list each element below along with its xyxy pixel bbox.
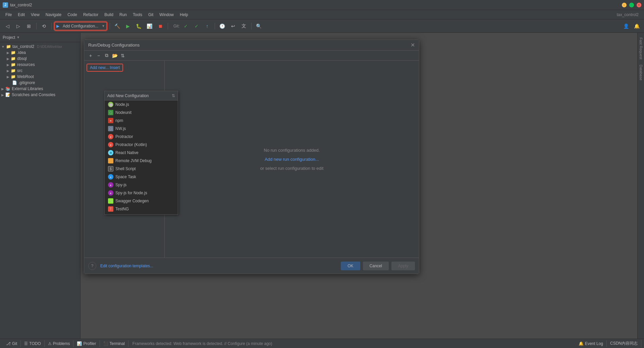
git-push-button[interactable]: ✓ <box>192 21 201 31</box>
history-button[interactable]: 🕐 <box>218 21 227 31</box>
dialog-add-button[interactable]: + <box>87 52 94 59</box>
rollback-button[interactable]: ↩ <box>228 21 238 31</box>
help-button[interactable]: ? <box>88 262 96 270</box>
user-button[interactable]: 👤 <box>621 21 631 31</box>
dropdown-item-shell-script[interactable]: $ Shell Script <box>105 165 178 173</box>
dropdown-item-swagger[interactable]: S Swagger Codegen <box>105 197 178 205</box>
back-button[interactable]: ◁ <box>3 21 12 31</box>
dialog-copy-button[interactable]: ⧉ <box>103 52 110 59</box>
footer-left: ? Edit configuration templates... <box>88 262 153 270</box>
dropdown-item-react-native[interactable]: ⚛ React Native <box>105 149 178 157</box>
dialog-sort-button[interactable]: ⇅ <box>119 52 126 59</box>
separator-4 <box>168 23 168 29</box>
dialog-remove-button[interactable]: − <box>95 52 102 59</box>
debug-button[interactable]: 🐛 <box>134 21 144 31</box>
problems-tab[interactable]: ⚠ Problems <box>45 340 74 347</box>
dropdown-item-nwjs[interactable]: ⬡ NW.js <box>105 125 178 133</box>
tree-item-idea[interactable]: ▶ 📁 .idea <box>0 50 80 56</box>
dropdown-category-tomcat[interactable]: ▼ 🐱 Tomcat Server <box>105 213 178 214</box>
resources-folder-icon: 📁 <box>11 62 16 67</box>
profiler-tab[interactable]: 📊 Profiler <box>73 340 100 347</box>
protractor-kotlin-label: Protractor (Kotlin) <box>115 142 147 147</box>
build-button[interactable]: 🔨 <box>113 21 122 31</box>
dropdown-item-npm[interactable]: n npm <box>105 117 178 125</box>
recent-files-button[interactable]: ⊞ <box>24 21 34 31</box>
dropdown-item-nodeunit[interactable]: ⬡ Nodeunit <box>105 109 178 117</box>
fast-request-tab[interactable]: Fast Request <box>638 36 644 61</box>
tree-item-scratches[interactable]: ▶ 📝 Scratches and Consoles <box>0 92 80 98</box>
window-close-button[interactable]: ✕ <box>637 3 641 7</box>
translate-button[interactable]: 文 <box>239 21 249 31</box>
menu-help[interactable]: Help <box>177 11 191 18</box>
dropdown-item-protractor-kotlin[interactable]: ● Protractor (Kotlin) <box>105 141 178 149</box>
tree-item-resources[interactable]: ▶ 📁 resources <box>0 62 80 68</box>
dropdown-item-spy-js[interactable]: ● Spy-js <box>105 181 178 189</box>
menu-window[interactable]: Window <box>157 11 176 18</box>
tree-item-external-libs[interactable]: ▶ 📚 External Libraries <box>0 86 80 92</box>
maximize-button[interactable]: □ <box>629 3 634 7</box>
tree-item-gitignore[interactable]: 📄 .gitignore <box>0 80 80 86</box>
tree-root[interactable]: ▼ 📁 tax_control2 D:\IDEAWork\tax <box>0 44 80 50</box>
ok-button[interactable]: OK <box>341 262 360 270</box>
nodeunit-icon: ⬡ <box>108 110 113 115</box>
tree-item-src[interactable]: ▶ 📁 src <box>0 68 80 74</box>
event-log-tab[interactable]: 🔔 Event Log <box>575 340 607 347</box>
react-native-label: React Native <box>115 150 139 155</box>
database-tab[interactable]: Database <box>638 63 644 82</box>
menu-file[interactable]: File <box>3 11 14 18</box>
notifications-button[interactable]: 🔔 <box>632 21 641 31</box>
menu-git[interactable]: Git <box>146 11 156 18</box>
run-with-coverage-button[interactable]: 📊 <box>145 21 154 31</box>
dropdown-title: Add New Configuration <box>107 93 149 98</box>
src-folder-icon: 📁 <box>11 68 16 73</box>
dropdown-sort-icon[interactable]: ⇅ <box>172 93 175 98</box>
add-new-run-config-link[interactable]: Add new run configuration... <box>265 157 319 162</box>
dropdown-item-space-task[interactable]: ● Space Task <box>105 173 178 181</box>
menu-run[interactable]: Run <box>117 11 129 18</box>
terminal-tab[interactable]: ⬛ Terminal <box>100 340 128 347</box>
menu-tools[interactable]: Tools <box>130 11 145 18</box>
csdn-tab[interactable]: CSDN内容同志 <box>607 340 641 347</box>
separator-5 <box>215 23 215 29</box>
dialog-left-panel: Add new... Insert Add New Configuration … <box>84 61 165 258</box>
dropdown-list[interactable]: ⬤ Node.js ⬡ Nodeunit n npm <box>105 100 178 214</box>
dropdown-item-protractor[interactable]: ● Protractor <box>105 133 178 141</box>
dropdown-item-remote-jvm[interactable]: ⬡ Remote JVM Debug <box>105 157 178 165</box>
add-configuration-button[interactable]: Add Configuration... <box>61 23 100 29</box>
dropdown-item-nodejs[interactable]: ⬤ Node.js <box>105 100 178 109</box>
apply-button[interactable]: Apply <box>391 262 415 270</box>
git-commit-button[interactable]: ✓ <box>181 21 191 31</box>
react-icon: ⚛ <box>108 150 113 155</box>
project-dropdown-arrow[interactable]: ▼ <box>16 36 20 39</box>
git-tab-icon: ⎇ <box>6 341 11 346</box>
forward-button[interactable]: ▷ <box>13 21 23 31</box>
tree-item-dbsql[interactable]: ▶ 📁 dbsql <box>0 56 80 62</box>
search-everywhere-button[interactable]: 🔍 <box>254 21 264 31</box>
undo-button[interactable]: ⟲ <box>39 21 49 31</box>
minimize-button[interactable]: − <box>622 3 627 7</box>
remote-jvm-label: Remote JVM Debug <box>115 158 152 163</box>
menu-refactor[interactable]: Refactor <box>80 11 101 18</box>
menu-navigate[interactable]: Navigate <box>43 11 64 18</box>
menu-build[interactable]: Build <box>102 11 116 18</box>
menu-view[interactable]: View <box>28 11 42 18</box>
dropdown-arrow-icon[interactable]: ▼ <box>102 24 105 28</box>
dialog-move-button[interactable]: 📂 <box>111 52 118 59</box>
todo-tab[interactable]: ☰ TODO <box>21 340 44 347</box>
git-tab[interactable]: ⎇ Git <box>3 340 21 347</box>
tree-item-webroot[interactable]: ▶ 📁 WebRoot <box>0 74 80 80</box>
dropdown-item-testng[interactable]: T TestNG <box>105 205 178 213</box>
menu-edit[interactable]: Edit <box>15 11 28 18</box>
dialog-footer: ? Edit configuration templates... OK Can… <box>84 258 419 274</box>
edit-templates-link[interactable]: Edit configuration templates... <box>100 264 153 268</box>
add-new-insert-button[interactable]: Add new... Insert <box>87 64 123 71</box>
add-configuration-area: ▶ Add Configuration... ▼ <box>54 22 107 30</box>
git-fetch-button[interactable]: ↑ <box>203 21 212 31</box>
run-button[interactable]: ▶ <box>123 21 133 31</box>
menu-code[interactable]: Code <box>65 11 80 18</box>
stop-button[interactable]: ⏹ <box>156 21 165 31</box>
spy-js-label: Spy-js <box>115 183 126 187</box>
dropdown-item-spy-js-nodejs[interactable]: ● Spy-js for Node.js <box>105 189 178 197</box>
cancel-button[interactable]: Cancel <box>363 262 389 270</box>
dialog-close-button[interactable]: ✕ <box>411 42 415 48</box>
